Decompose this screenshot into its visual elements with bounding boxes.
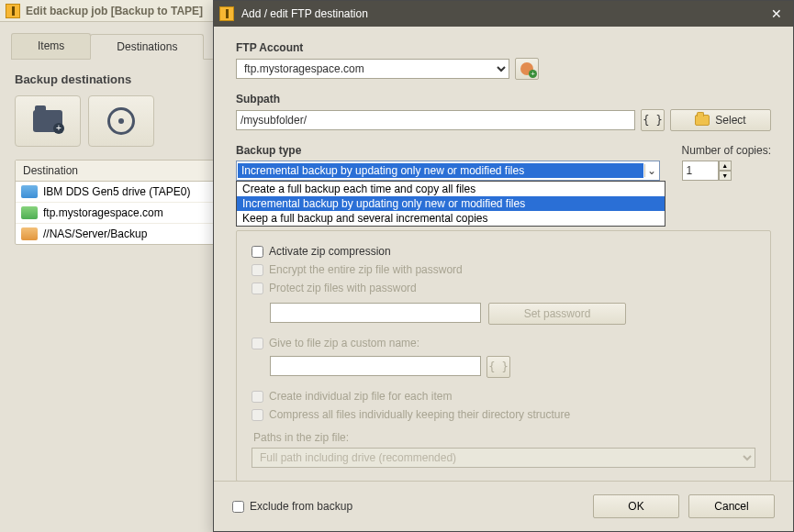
spinner-down[interactable]: ▼ (719, 171, 732, 181)
person-plus-icon (520, 62, 533, 75)
protect-zip-row: Protect zip files with password (252, 279, 755, 297)
spinner-up[interactable]: ▲ (719, 161, 732, 171)
ftp-icon (21, 206, 38, 219)
backup-type-label: Backup type (236, 144, 660, 157)
encrypt-zip-row: Encrypt the entire zip file with passwor… (252, 260, 755, 279)
list-item-label: //NAS/Server/Backup (43, 227, 147, 240)
individual-zip-row: Create individual zip file for each item (252, 387, 755, 405)
subpath-input[interactable] (236, 110, 635, 130)
folder-plus-icon (33, 110, 62, 132)
copies-label: Number of copies: (682, 144, 771, 157)
app-icon (6, 4, 20, 18)
dialog-titlebar: Add / edit FTP destination ✕ (214, 1, 793, 27)
set-password-button: Set password (488, 303, 626, 325)
add-disk-destination-button[interactable] (88, 95, 154, 147)
tab-items[interactable]: Items (11, 33, 91, 59)
backup-type-selected: Incremental backup by updating only new … (238, 163, 643, 178)
tab-destinations[interactable]: Destinations (90, 34, 204, 60)
cancel-button[interactable]: Cancel (688, 494, 775, 518)
list-item-label: ftp.mystoragespace.com (43, 206, 163, 219)
dialog-icon (219, 6, 234, 21)
dropdown-option[interactable]: Create a full backup each time and copy … (237, 182, 665, 196)
encrypt-zip-checkbox (252, 264, 263, 276)
close-button[interactable]: ✕ (764, 4, 789, 24)
protect-zip-checkbox (252, 283, 263, 294)
ok-button[interactable]: OK (593, 494, 679, 518)
zip-group: Activate zip compression Encrypt the ent… (236, 230, 771, 481)
custom-name-checkbox (252, 338, 263, 349)
select-folder-button[interactable]: Select (670, 109, 771, 131)
activate-zip-checkbox[interactable] (252, 246, 263, 258)
backup-type-select[interactable]: Incremental backup by updating only new … (236, 161, 660, 181)
placeholder-button[interactable]: { } (641, 109, 665, 131)
dialog-title: Add / edit FTP destination (241, 7, 756, 20)
tape-icon (21, 185, 38, 198)
network-icon (21, 227, 38, 240)
backup-type-dropdown: Create a full backup each time and copy … (236, 181, 665, 227)
add-folder-destination-button[interactable] (15, 95, 81, 147)
ftp-account-select[interactable]: ftp.mystoragespace.com (236, 59, 509, 79)
name-placeholder-button: { } (486, 356, 510, 378)
dropdown-option[interactable]: Incremental backup by updating only new … (237, 196, 665, 211)
compress-all-checkbox (252, 409, 263, 421)
zip-password-input (270, 303, 481, 323)
add-account-button[interactable] (515, 58, 539, 80)
exclude-row[interactable]: Exclude from backup (232, 497, 352, 515)
chevron-down-icon: ⌄ (644, 164, 659, 177)
paths-select: Full path including drive (recommended) (252, 448, 755, 468)
dropdown-option[interactable]: Keep a full backup and several increment… (237, 211, 665, 226)
paths-label: Paths in the zip file: (253, 431, 755, 444)
folder-icon (695, 115, 710, 126)
individual-zip-checkbox (252, 391, 263, 403)
exclude-checkbox[interactable] (232, 501, 244, 513)
custom-name-row: Give to file zip a custom name: (252, 334, 755, 352)
compress-all-row: Compress all files individually keeping … (252, 405, 755, 424)
bg-window-title: Edit backup job [Backup to TAPE] (26, 5, 203, 17)
copies-spinner[interactable]: ▲ ▼ (682, 161, 771, 181)
activate-zip-row[interactable]: Activate zip compression (252, 242, 755, 260)
dialog-footer: Exclude from backup OK Cancel (214, 481, 793, 531)
list-item-label: IBM DDS Gen5 drive (TAPE0) (43, 185, 191, 198)
ftp-destination-dialog: Add / edit FTP destination ✕ FTP Account… (213, 0, 794, 532)
disk-icon (107, 107, 135, 135)
copies-input[interactable] (682, 161, 719, 181)
ftp-account-label: FTP Account (236, 41, 771, 54)
custom-name-input (270, 356, 481, 376)
subpath-label: Subpath (236, 93, 771, 105)
